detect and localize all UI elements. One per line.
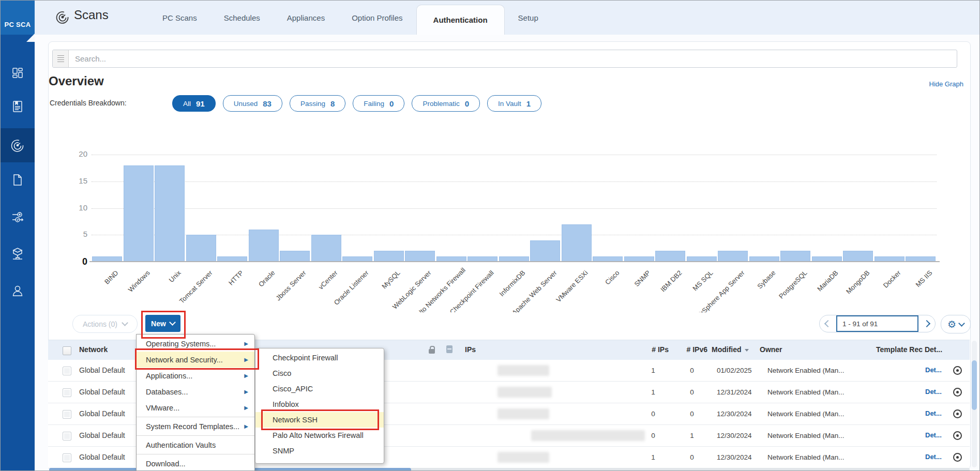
page-title: Scans: [74, 8, 109, 22]
app-window: PC SCA Scans PC ScansSchedulesAppliances…: [0, 0, 980, 471]
menu-divider: [137, 454, 254, 454]
chevron-right-icon: [923, 320, 930, 327]
badge-label: Failing: [364, 100, 384, 108]
row-checkbox[interactable]: [63, 453, 71, 462]
cell-num-ipv6: 1: [676, 432, 707, 439]
table-settings-button[interactable]: ⚙: [941, 315, 971, 333]
row-checkbox[interactable]: [63, 367, 71, 375]
new-button[interactable]: New: [145, 315, 180, 332]
badge-label: Unused: [234, 100, 258, 108]
submenu-item-palo-alto-networks-firewall[interactable]: Palo Alto Networks Firewall: [255, 428, 384, 443]
menu-item-system-record-templates[interactable]: System Record Templates...▶: [137, 418, 254, 434]
menu-item-databases[interactable]: Databases...▶: [137, 384, 254, 400]
badge-in-vault[interactable]: In Vault1: [487, 95, 541, 112]
badge-passing[interactable]: Passing8: [290, 95, 345, 112]
vertical-scrollbar-thumb[interactable]: [972, 360, 977, 410]
badge-unused[interactable]: Unused83: [223, 95, 282, 112]
menu-item-label: Databases...: [146, 388, 188, 396]
submenu-item-snmp[interactable]: SNMP: [255, 443, 384, 459]
cell-num-ipv6: 0: [676, 410, 707, 418]
next-page-button[interactable]: [918, 321, 935, 326]
cell-modified: 12/31/2024: [717, 388, 752, 396]
submenu-arrow-icon: ▶: [244, 373, 248, 378]
details-link[interactable]: Det...: [925, 366, 942, 374]
details-link[interactable]: Det...: [925, 388, 942, 396]
tab-appliances[interactable]: Appliances: [274, 1, 338, 35]
column-modified[interactable]: Modified: [712, 345, 749, 354]
menu-item-label: Operating Systems...: [146, 340, 216, 348]
sidebar-item-assets[interactable]: [1, 237, 35, 270]
tab-pc-scans[interactable]: PC Scans: [149, 1, 210, 35]
submenu-item-cisco[interactable]: Cisco: [255, 366, 384, 381]
chevron-left-icon: [824, 320, 832, 327]
menu-divider: [137, 435, 254, 436]
submenu-item-checkpoint-firewall[interactable]: Checkpoint Firewall: [255, 350, 384, 366]
main-content: Overview Hide Graph Credentials Breakdow…: [35, 35, 980, 471]
submenu-arrow-icon: ▶: [244, 405, 248, 411]
sidebar-item-policies[interactable]: [1, 90, 35, 123]
scans-icon: [55, 10, 70, 26]
column-num-ipv6[interactable]: # IPv6: [676, 345, 707, 354]
menu-divider: [137, 417, 254, 417]
redacted-ips: [497, 452, 549, 463]
submenu-item-infoblox[interactable]: Infoblox: [255, 397, 384, 412]
details-link[interactable]: Det...: [925, 409, 942, 417]
eye-icon[interactable]: [953, 388, 962, 399]
sidebar-item-scans[interactable]: [1, 128, 35, 162]
search-input[interactable]: [69, 50, 957, 67]
column-owner[interactable]: Owner: [760, 345, 782, 354]
column-network[interactable]: Network: [79, 345, 108, 354]
actions-button[interactable]: Actions (0): [72, 315, 138, 333]
hide-graph-link[interactable]: Hide Graph: [888, 80, 963, 88]
tab-option-profiles[interactable]: Option Profiles: [338, 1, 416, 35]
badge-failing[interactable]: Failing0: [353, 95, 404, 112]
menu-item-download[interactable]: Download...: [137, 455, 254, 471]
new-button-label: New: [151, 320, 166, 328]
dashboard-icon: [11, 66, 24, 80]
eye-icon[interactable]: [953, 431, 962, 442]
sidebar-item-exceptions[interactable]: [1, 201, 35, 234]
product-badge: PC SCA: [1, 1, 35, 35]
submenu-item-network-ssh[interactable]: Network SSH: [255, 412, 384, 428]
sidebar-item-dashboard[interactable]: [1, 56, 35, 89]
tab-setup[interactable]: Setup: [505, 1, 552, 35]
badge-all[interactable]: All91: [172, 95, 216, 112]
row-checkbox[interactable]: [63, 432, 71, 440]
cell-num-ips: 0: [638, 432, 669, 439]
column-ips[interactable]: IPs: [465, 345, 476, 354]
eye-icon[interactable]: [953, 409, 962, 420]
sidebar-item-reports[interactable]: [1, 163, 35, 196]
list-lines-icon: [57, 55, 64, 62]
prev-page-button[interactable]: [820, 321, 836, 326]
menu-item-operating-systems[interactable]: Operating Systems...▶: [137, 336, 254, 352]
tab-authentication[interactable]: Authentication: [416, 5, 505, 35]
submenu-item-cisco-apic[interactable]: Cisco_APIC: [255, 381, 384, 397]
column-num-ips[interactable]: # IPs: [638, 345, 669, 354]
menu-item-vmware[interactable]: VMware...▶: [137, 400, 254, 416]
row-checkbox[interactable]: [63, 410, 71, 419]
eye-icon[interactable]: [953, 453, 962, 464]
sidebar-item-users[interactable]: [1, 274, 35, 307]
row-checkbox[interactable]: [63, 388, 71, 397]
search-filter-icon[interactable]: [53, 50, 69, 67]
menu-item-authentication-vaults[interactable]: Authentication Vaults: [137, 437, 254, 453]
menu-item-label: System Record Templates...: [146, 422, 239, 431]
submenu-arrow-icon: ▶: [244, 357, 248, 362]
details-link[interactable]: Det...: [925, 453, 942, 461]
sidebar-collapse-icon[interactable]: [26, 34, 35, 42]
column-template[interactable]: Template Rec Det...: [876, 345, 942, 354]
tab-schedules[interactable]: Schedules: [210, 1, 274, 35]
badge-count: 1: [526, 99, 531, 108]
credential-badges: All91Unused83Passing8Failing0Problematic…: [172, 95, 541, 112]
badge-problematic[interactable]: Problematic0: [412, 95, 480, 112]
select-all-checkbox[interactable]: [63, 346, 71, 355]
redacted-ips: [497, 365, 549, 376]
cell-network: Global Default: [79, 431, 125, 439]
details-link[interactable]: Det...: [925, 431, 942, 439]
eye-icon[interactable]: [953, 366, 962, 377]
menu-item-applications[interactable]: Applications...▶: [137, 368, 254, 384]
pagination-range[interactable]: 1 - 91 of 91: [836, 315, 918, 332]
menu-item-network-and-security[interactable]: Network and Security...▶: [137, 352, 254, 368]
vertical-scrollbar[interactable]: [972, 341, 977, 467]
breakdown-label: Credentials Breakdown:: [50, 99, 127, 107]
